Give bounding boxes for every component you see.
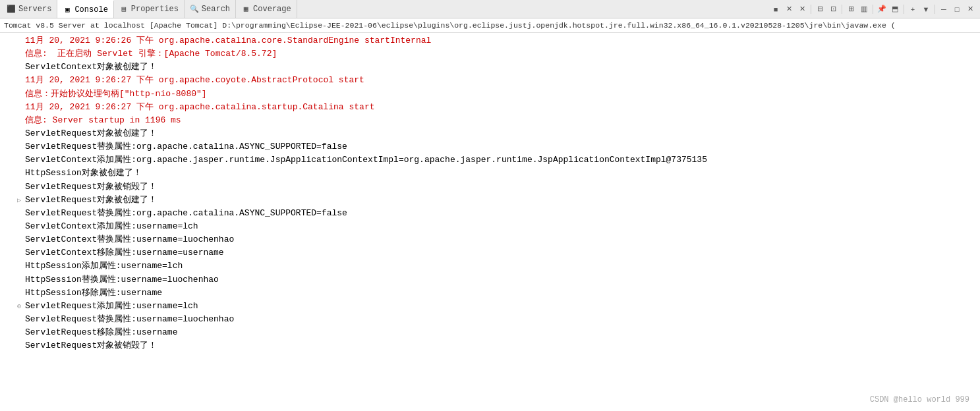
console-line: ServletRequest替换属性:org.apache.catalina.A… [13, 140, 977, 153]
console-line: HttpSession添加属性:username=lch [13, 260, 977, 273]
toolbar-sep-4 [904, 5, 904, 14]
console-icon: ▣ [63, 5, 72, 14]
line-text: 信息: Server startup in 1196 ms [25, 114, 977, 127]
search-icon: 🔍 [190, 5, 199, 14]
tab-properties-label: Properties [131, 5, 179, 14]
line-text: ServletContext移除属性:username=username [25, 246, 977, 260]
line-gutter: ▷ [13, 194, 25, 207]
console-line: ServletRequest替换属性:org.apache.catalina.A… [13, 207, 977, 220]
line-text: 11月 20, 2021 9:26:27 下午 org.apache.coyot… [25, 74, 977, 87]
pin-console-button[interactable]: 📌 [876, 3, 888, 15]
line-text: 11月 20, 2021 9:26:27 下午 org.apache.catal… [25, 101, 977, 114]
minimize-button[interactable]: ─ [938, 3, 950, 15]
line-text: ServletContext添加属性:org.apache.jasper.run… [25, 153, 977, 167]
console-line: 11月 20, 2021 9:26:26 下午 org.apache.catal… [13, 34, 977, 47]
console-output[interactable]: 11月 20, 2021 9:26:26 下午 org.apache.catal… [0, 33, 980, 411]
line-text: ServletRequest对象被创建了！ [25, 127, 977, 140]
line-gutter [13, 260, 25, 273]
console-line: 信息：开始协议处理句柄["http-nio-8080"] [13, 88, 977, 101]
line-gutter [13, 220, 25, 233]
line-gutter [13, 207, 25, 220]
console-wrapper: 11月 20, 2021 9:26:26 下午 org.apache.catal… [13, 34, 977, 352]
console-line: 11月 20, 2021 9:26:27 下午 org.apache.coyot… [13, 74, 977, 87]
line-text: 信息: 正在启动 Servlet 引擎：[Apache Tomcat/8.5.7… [25, 47, 977, 61]
line-text: 11月 20, 2021 9:26:26 下午 org.apache.catal… [25, 34, 977, 47]
line-gutter [13, 326, 25, 339]
toolbar-sep-2 [842, 5, 842, 14]
line-gutter [13, 127, 25, 140]
line-gutter [13, 287, 25, 300]
line-text: ServletContext添加属性:username=lch [25, 220, 977, 233]
line-gutter [13, 339, 25, 352]
console-line: 信息: 正在启动 Servlet 引擎：[Apache Tomcat/8.5.7… [13, 47, 977, 61]
tab-servers[interactable]: ⬛ Servers [1, 0, 57, 18]
server-path-bar: Tomcat v8.5 Server at localhost [Apache … [0, 18, 980, 33]
line-gutter [13, 313, 25, 326]
tab-console[interactable]: ▣ Console [57, 0, 113, 18]
console-line: ▷ServletRequest对象被创建了！ [13, 194, 977, 207]
line-gutter [13, 101, 25, 114]
console-line: HttpSession替换属性:username=luochenhao [13, 273, 977, 287]
new-console-button[interactable]: + [907, 3, 919, 15]
toolbar-sep-5 [935, 5, 935, 14]
tab-coverage-label: Coverage [253, 5, 291, 14]
line-gutter [13, 47, 25, 61]
line-text: ServletContext替换属性:username=luochenhao [25, 233, 977, 246]
line-gutter [13, 246, 25, 260]
line-text: ServletRequest添加属性:username=lch [25, 300, 977, 313]
console-dropdown-button[interactable]: ▼ [920, 3, 932, 15]
line-text: ServletRequest对象被销毁了！ [25, 180, 977, 194]
console-line: ServletRequest替换属性:username=luochenhao [13, 313, 977, 326]
open-console-button[interactable]: ⬒ [889, 3, 901, 15]
console-line: ServletContext添加属性:username=lch [13, 220, 977, 233]
console-line: ServletRequest移除属性:username [13, 326, 977, 339]
disconnect-button[interactable]: ✕ [796, 3, 808, 15]
line-text: ServletRequest对象被销毁了！ [25, 339, 977, 352]
line-text: HttpSession对象被创建了！ [25, 167, 977, 180]
line-text: ServletRequest替换属性:username=luochenhao [25, 313, 977, 326]
line-gutter: ⊙ [13, 300, 25, 313]
terminate-button[interactable]: ✕ [783, 3, 795, 15]
line-text: ServletRequest对象被创建了！ [25, 194, 977, 207]
line-text: ServletRequest移除属性:username [25, 326, 977, 339]
toolbar-sep-1 [811, 5, 811, 14]
line-gutter [13, 273, 25, 287]
line-gutter [13, 140, 25, 153]
tab-servers-label: Servers [18, 5, 51, 14]
line-text: HttpSession添加属性:username=lch [25, 260, 977, 273]
line-text: ServletRequest替换属性:org.apache.catalina.A… [25, 207, 977, 220]
tab-properties[interactable]: ▤ Properties [114, 0, 185, 18]
line-text: ServletRequest替换属性:org.apache.catalina.A… [25, 140, 977, 153]
maximize-button[interactable]: □ [951, 3, 963, 15]
console-line: ServletRequest对象被销毁了！ [13, 180, 977, 194]
line-text: HttpSession移除属性:username [25, 287, 977, 300]
line-gutter [13, 34, 25, 47]
console-line: ServletContext对象被创建了！ [13, 61, 977, 74]
remove-launch-button[interactable]: ⊟ [814, 3, 826, 15]
tab-console-label: Console [74, 5, 107, 14]
tab-coverage[interactable]: ▦ Coverage [236, 0, 297, 18]
console-line: ServletContext替换属性:username=luochenhao [13, 233, 977, 246]
console-line: ServletContext移除属性:username=username [13, 246, 977, 260]
clear-button[interactable]: ⊡ [827, 3, 839, 15]
line-gutter [13, 88, 25, 101]
line-gutter [13, 114, 25, 127]
coverage-icon: ▦ [241, 5, 250, 14]
toolbar: ■ ✕ ✕ ⊟ ⊡ ⊞ ▥ 📌 ⬒ + ▼ ─ □ ✕ [770, 3, 979, 15]
line-text: ServletContext对象被创建了！ [25, 61, 977, 74]
line-gutter [13, 153, 25, 167]
tab-search[interactable]: 🔍 Search [185, 0, 236, 18]
word-wrap-button[interactable]: ▥ [858, 3, 870, 15]
line-gutter [13, 74, 25, 87]
console-line: ServletContext添加属性:org.apache.jasper.run… [13, 153, 977, 167]
stop-button[interactable]: ■ [770, 3, 782, 15]
close-view-button[interactable]: ✕ [964, 3, 976, 15]
console-line: 11月 20, 2021 9:26:27 下午 org.apache.catal… [13, 101, 977, 114]
console-line: HttpSession移除属性:username [13, 287, 977, 300]
console-line: ServletRequest对象被创建了！ [13, 127, 977, 140]
console-line: ⊙ServletRequest添加属性:username=lch [13, 300, 977, 313]
line-gutter [13, 233, 25, 246]
line-text: 信息：开始协议处理句柄["http-nio-8080"] [25, 88, 977, 101]
scroll-lock-button[interactable]: ⊞ [845, 3, 857, 15]
server-path-text: Tomcat v8.5 Server at localhost [Apache … [4, 21, 896, 30]
